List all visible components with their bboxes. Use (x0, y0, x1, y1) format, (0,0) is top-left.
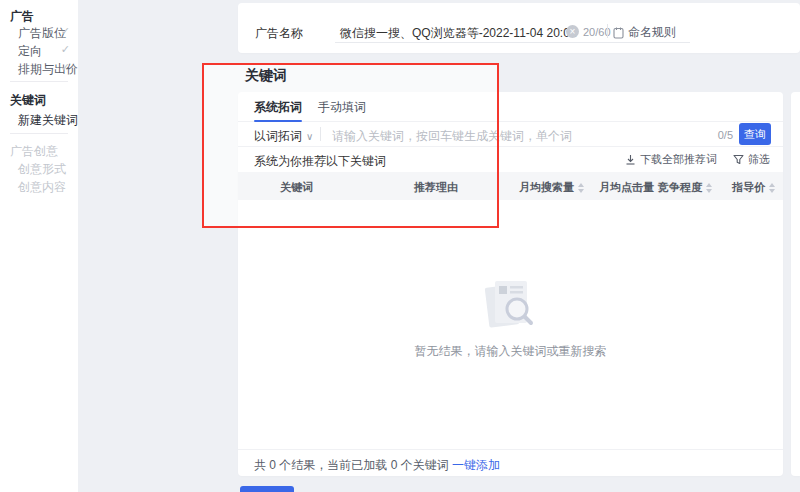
check-icon: ✓ (61, 43, 70, 56)
check-icon: ✓ (61, 61, 70, 74)
query-button[interactable]: 查询 (739, 123, 771, 145)
divider (607, 24, 608, 38)
ad-name-input[interactable]: 微信搜一搜、QQ浏览器等-2022-11-04 20:01 (340, 25, 577, 42)
keyword-section-title: 关键词 (245, 67, 287, 85)
sidebar-section-keyword: 关键词 (10, 92, 46, 109)
table-header-row: 关键词 推荐理由 月均搜索量 月均点击量 竞争程度 指导价 (238, 172, 783, 200)
input-underline (335, 42, 690, 43)
column-header-keyword: 关键词 (280, 180, 313, 195)
check-icon: ✓ (61, 25, 70, 38)
keyword-counter: 0/5 (718, 129, 733, 141)
column-header-competition[interactable]: 竞争程度 (658, 180, 712, 195)
result-count-label: 共 0 个结果，当前已加载 0 个关键词 (254, 458, 452, 472)
empty-state: 暂无结果，请输入关键词或重新搜索 (238, 200, 783, 449)
filter-button[interactable]: 筛选 (733, 152, 770, 167)
right-panel-edge (791, 92, 800, 476)
result-count-text: 共 0 个结果，当前已加载 0 个关键词 一键添加 (254, 457, 500, 474)
sort-icon[interactable] (578, 183, 584, 193)
sidebar-section-creative: 广告创意 (10, 143, 58, 160)
expand-mode-select[interactable]: 以词拓词∨ (254, 128, 313, 145)
sort-icon[interactable] (769, 183, 775, 193)
column-header-reason: 推荐理由 (414, 180, 458, 195)
keyword-card: 系统拓词 手动填词 以词拓词∨ 请输入关键词，按回车键生成关键词，单个词 0/5… (238, 92, 783, 476)
keyword-search-row: 以词拓词∨ 请输入关键词，按回车键生成关键词，单个词 0/5 查询 (238, 122, 783, 146)
naming-rule-link[interactable]: 命名规则 (613, 24, 676, 41)
ad-name-label: 广告名称 (255, 25, 303, 42)
result-footer: 共 0 个结果，当前已加载 0 个关键词 一键添加 (238, 449, 783, 476)
column-header-monthly-click[interactable]: 月均点击量 (599, 180, 664, 195)
one-click-add-link[interactable]: 一键添加 (452, 458, 500, 472)
keyword-input[interactable]: 请输入关键词，按回车键生成关键词，单个词 (332, 128, 572, 145)
download-icon (625, 154, 636, 165)
column-header-guide-price[interactable]: 指导价 (732, 180, 775, 195)
tab-manual-fill[interactable]: 手动填词 (318, 99, 366, 116)
naming-rule-label: 命名规则 (628, 24, 676, 41)
tab-system-expand[interactable]: 系统拓词 (254, 99, 302, 116)
no-result-illustration-icon (483, 278, 539, 332)
next-step-button[interactable] (240, 486, 294, 492)
sidebar-item-new-keyword[interactable]: 新建关键词 (18, 112, 78, 129)
sidebar-section-ad: 广告 (10, 8, 34, 25)
chevron-down-icon: ∨ (306, 131, 313, 142)
ad-name-card: 广告名称 微信搜一搜、QQ浏览器等-2022-11-04 20:01 × 20/… (238, 3, 800, 53)
keyword-tabs: 系统拓词 手动填词 (238, 92, 783, 122)
filter-label: 筛选 (748, 152, 770, 167)
sort-icon[interactable] (706, 183, 712, 193)
document-icon (613, 27, 624, 39)
sidebar-item-creative-content: 创意内容 (18, 179, 66, 196)
column-header-label: 竞争程度 (658, 180, 702, 195)
column-header-monthly-search[interactable]: 月均搜索量 (519, 180, 584, 195)
column-header-label: 月均搜索量 (519, 180, 574, 195)
divider (320, 127, 321, 141)
recommend-row: 系统为你推荐以下关键词 下载全部推荐词 筛选 (238, 147, 783, 172)
column-header-label: 指导价 (732, 180, 765, 195)
filter-funnel-icon (733, 154, 744, 165)
download-all-button[interactable]: 下载全部推荐词 (625, 152, 717, 167)
expand-mode-value: 以词拓词 (254, 129, 302, 143)
sidebar-item-ad-placement[interactable]: 广告版位 (18, 25, 66, 42)
sidebar-divider (10, 81, 68, 82)
download-all-label: 下载全部推荐词 (640, 152, 717, 167)
sidebar-divider (10, 133, 68, 134)
recommend-text: 系统为你推荐以下关键词 (254, 153, 386, 170)
empty-state-text: 暂无结果，请输入关键词或重新搜索 (238, 343, 783, 360)
sidebar-item-targeting[interactable]: 定向 (18, 43, 42, 60)
column-header-label: 月均点击量 (599, 180, 654, 195)
step-sidebar: 广告 广告版位 ✓ 定向 ✓ 排期与出价 ✓ 关键词 新建关键词 广告创意 创意… (0, 0, 78, 492)
sidebar-item-creative-form: 创意形式 (18, 161, 66, 178)
clear-icon[interactable]: × (566, 25, 579, 38)
